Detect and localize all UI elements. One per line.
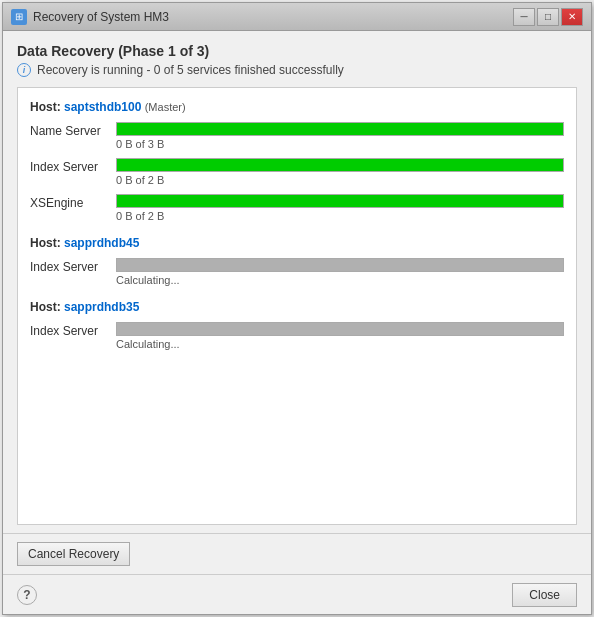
service-row: Name Server0 B of 3 B — [30, 122, 564, 150]
content-area: Data Recovery (Phase 1 of 3) i Recovery … — [3, 31, 591, 533]
host-label: Host: sapprdhdb35 — [30, 300, 564, 314]
progress-bar-fill — [117, 323, 563, 335]
info-icon: i — [17, 63, 31, 77]
progress-text: Calculating... — [116, 338, 564, 350]
service-progress-area: Calculating... — [116, 322, 564, 350]
service-name: XSEngine — [30, 194, 110, 210]
main-panel: Host: saptsthdb100 (Master)Name Server0 … — [17, 87, 577, 525]
service-progress-area: Calculating... — [116, 258, 564, 286]
cancel-recovery-button[interactable]: Cancel Recovery — [17, 542, 130, 566]
progress-text: 0 B of 2 B — [116, 174, 564, 186]
status-bar: i Recovery is running - 0 of 5 services … — [17, 63, 577, 77]
close-button[interactable]: Close — [512, 583, 577, 607]
progress-text: 0 B of 2 B — [116, 210, 564, 222]
host-section-sapprdhdb45: Host: sapprdhdb45Index ServerCalculating… — [30, 236, 564, 286]
window-title: Recovery of System HM3 — [33, 10, 169, 24]
service-row: Index ServerCalculating... — [30, 258, 564, 286]
progress-text: 0 B of 3 B — [116, 138, 564, 150]
progress-bar-fill — [117, 259, 563, 271]
main-window: ⊞ Recovery of System HM3 ─ □ ✕ Data Reco… — [2, 2, 592, 615]
service-progress-area: 0 B of 2 B — [116, 158, 564, 186]
progress-bar-container — [116, 258, 564, 272]
status-text: Recovery is running - 0 of 5 services fi… — [37, 63, 344, 77]
host-name: saptsthdb100 — [64, 100, 141, 114]
service-name: Name Server — [30, 122, 110, 138]
maximize-button[interactable]: □ — [537, 8, 559, 26]
service-row: Index ServerCalculating... — [30, 322, 564, 350]
progress-text: Calculating... — [116, 274, 564, 286]
service-row: XSEngine0 B of 2 B — [30, 194, 564, 222]
phase-title: Data Recovery (Phase 1 of 3) — [17, 43, 577, 59]
host-label: Host: saptsthdb100 (Master) — [30, 100, 564, 114]
service-name: Index Server — [30, 258, 110, 274]
footer-buttons: Cancel Recovery — [3, 533, 591, 574]
progress-bar-container — [116, 194, 564, 208]
help-icon[interactable]: ? — [17, 585, 37, 605]
host-name: sapprdhdb35 — [64, 300, 139, 314]
bottom-bar: ? Close — [3, 574, 591, 614]
service-name: Index Server — [30, 158, 110, 174]
title-bar-buttons: ─ □ ✕ — [513, 8, 583, 26]
title-bar: ⊞ Recovery of System HM3 ─ □ ✕ — [3, 3, 591, 31]
progress-bar-container — [116, 322, 564, 336]
minimize-button[interactable]: ─ — [513, 8, 535, 26]
service-name: Index Server — [30, 322, 110, 338]
host-name: sapprdhdb45 — [64, 236, 139, 250]
window-icon: ⊞ — [11, 9, 27, 25]
service-row: Index Server0 B of 2 B — [30, 158, 564, 186]
service-progress-area: 0 B of 2 B — [116, 194, 564, 222]
service-progress-area: 0 B of 3 B — [116, 122, 564, 150]
host-role: (Master) — [145, 101, 186, 113]
progress-bar-container — [116, 158, 564, 172]
close-title-button[interactable]: ✕ — [561, 8, 583, 26]
host-label: Host: sapprdhdb45 — [30, 236, 564, 250]
progress-bar-fill — [117, 123, 563, 135]
progress-bar-container — [116, 122, 564, 136]
host-section-sapprdhdb35: Host: sapprdhdb35Index ServerCalculating… — [30, 300, 564, 350]
progress-bar-fill — [117, 195, 563, 207]
progress-bar-fill — [117, 159, 563, 171]
title-bar-left: ⊞ Recovery of System HM3 — [11, 9, 169, 25]
host-section-saptsthdb100: Host: saptsthdb100 (Master)Name Server0 … — [30, 100, 564, 222]
